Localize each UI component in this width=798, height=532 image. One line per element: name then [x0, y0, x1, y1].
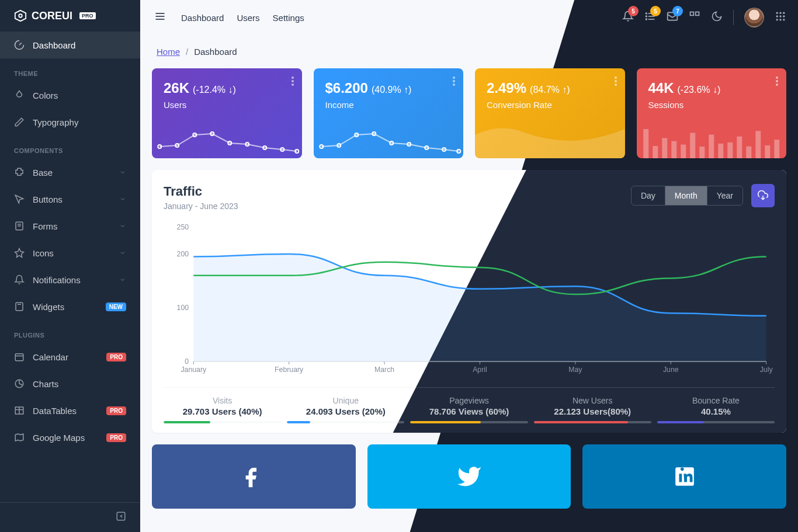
brand-logo[interactable]: COREUI PRO — [0, 0, 140, 32]
sidebar-item-calendar[interactable]: CalendarPRO — [0, 343, 140, 370]
social-twitter[interactable] — [367, 444, 571, 509]
svg-rect-78 — [755, 131, 761, 158]
breadcrumb-home[interactable]: Home — [157, 47, 180, 57]
widget-pct: (40.9% ↑) — [372, 85, 411, 95]
badge-new: NEW — [106, 302, 126, 311]
sidebar-footer — [0, 502, 140, 532]
grid-icon[interactable] — [775, 11, 786, 25]
badge-pro: PRO — [106, 433, 126, 442]
svg-point-49 — [453, 80, 455, 82]
svg-point-38 — [292, 84, 294, 86]
sidebar-item-typography[interactable]: Typography — [0, 109, 140, 135]
svg-point-31 — [779, 15, 781, 17]
avatar[interactable] — [744, 8, 764, 27]
notifications-icon[interactable]: 5 — [622, 11, 634, 25]
sidebar-item-datatables[interactable]: DataTablesPRO — [0, 397, 140, 424]
svg-point-48 — [453, 77, 455, 79]
svg-rect-68 — [662, 138, 667, 158]
svg-point-50 — [453, 84, 455, 86]
widget-label: Sessions — [648, 100, 775, 110]
breadcrumb: Home / Dashboard — [140, 35, 798, 68]
widget-label: Conversion Rate — [487, 100, 613, 110]
collapse-icon[interactable] — [116, 511, 126, 524]
traffic-title: Traffic — [164, 184, 238, 199]
svg-point-35 — [783, 19, 785, 20]
social-row — [152, 444, 786, 509]
breadcrumb-separator: / — [186, 47, 188, 57]
main-area: Dashboard Users Settings 5 5 7 Home / Da… — [140, 0, 798, 532]
sidebar-item-notifications[interactable]: Notifications — [0, 266, 140, 293]
nav-label: DataTables — [33, 406, 77, 416]
twitter-icon — [456, 464, 482, 489]
widget-menu-icon[interactable] — [453, 77, 455, 88]
sidebar-item-buttons[interactable]: Buttons — [0, 186, 140, 213]
sidebar-item-google-maps[interactable]: Google MapsPRO — [0, 424, 140, 451]
stat-label: New Users — [534, 396, 651, 405]
chart-icon — [14, 378, 25, 389]
sidebar: COREUI PRO Dashboard THEME ColorsTypogra… — [0, 0, 140, 532]
svg-point-30 — [776, 15, 778, 17]
svg-point-33 — [776, 19, 778, 20]
brand-name: COREUI — [32, 10, 72, 22]
apps-icon[interactable] — [689, 11, 700, 25]
sidebar-item-charts[interactable]: Charts — [0, 370, 140, 397]
stat-value: 78.706 Views (60%) — [410, 406, 528, 416]
svg-text:April: April — [473, 366, 487, 374]
stat-label: Pageviews — [410, 396, 528, 405]
linkedin-icon — [674, 465, 696, 488]
logo-icon — [14, 9, 27, 22]
chevron-down-icon — [119, 168, 126, 178]
stat-value: 22.123 Users(80%) — [534, 406, 651, 416]
range-day[interactable]: Day — [632, 186, 665, 205]
range-year[interactable]: Year — [707, 186, 743, 205]
stat-value: 40.15% — [657, 406, 775, 416]
stat-label: Visits — [164, 396, 281, 405]
breadcrumb-current: Dashboard — [194, 47, 237, 57]
menu-toggle-icon[interactable] — [152, 8, 168, 27]
nav-label: Charts — [33, 379, 58, 389]
header-nav-settings[interactable]: Settings — [273, 13, 304, 23]
widget-value: $6.200 — [325, 80, 368, 96]
sidebar-item-base[interactable]: Base — [0, 159, 140, 186]
tasks-icon[interactable]: 5 — [644, 11, 656, 25]
sidebar-item-icons[interactable]: Icons — [0, 239, 140, 266]
range-month[interactable]: Month — [665, 186, 707, 205]
mail-icon[interactable]: 7 — [667, 11, 678, 25]
header-nav-dashboard[interactable]: Dashboard — [181, 13, 224, 23]
social-linkedin[interactable] — [582, 444, 786, 509]
svg-text:July: July — [760, 366, 773, 374]
sidebar-item-colors[interactable]: Colors — [0, 82, 140, 109]
sidebar-item-dashboard[interactable]: Dashboard — [0, 32, 140, 58]
cloud-download-icon — [758, 190, 768, 201]
stat-bounce-rate: Bounce Rate40.15% — [657, 396, 775, 423]
svg-point-36 — [292, 77, 294, 79]
svg-point-60 — [615, 77, 617, 79]
header-nav-users[interactable]: Users — [237, 13, 259, 23]
download-button[interactable] — [751, 184, 775, 207]
chevron-down-icon — [119, 194, 126, 204]
svg-point-28 — [779, 12, 781, 14]
notification-badge: 5 — [628, 6, 639, 16]
sidebar-item-widgets[interactable]: WidgetsNEW — [0, 293, 140, 320]
stat-bar — [410, 421, 528, 423]
svg-text:February: February — [275, 366, 304, 374]
sidebar-item-forms[interactable]: Forms — [0, 213, 140, 239]
social-facebook[interactable] — [152, 444, 356, 509]
dark-mode-icon[interactable] — [711, 11, 723, 25]
svg-point-63 — [776, 77, 778, 79]
nav-label: Notifications — [33, 275, 81, 285]
calendar-icon — [14, 352, 25, 362]
mail-badge: 7 — [672, 6, 683, 16]
svg-point-61 — [615, 80, 617, 82]
header: Dashboard Users Settings 5 5 7 — [140, 0, 798, 35]
widget-menu-icon[interactable] — [292, 77, 294, 88]
star-icon — [14, 248, 25, 258]
stat-visits: Visits29.703 Users (40%) — [164, 396, 281, 423]
widget-menu-icon[interactable] — [776, 77, 778, 88]
svg-rect-26 — [696, 12, 699, 16]
svg-text:May: May — [568, 366, 582, 374]
widget-menu-icon[interactable] — [615, 77, 617, 88]
svg-rect-79 — [765, 145, 770, 158]
widget-pct: (84.7% ↑) — [530, 85, 570, 95]
svg-text:March: March — [374, 366, 394, 374]
